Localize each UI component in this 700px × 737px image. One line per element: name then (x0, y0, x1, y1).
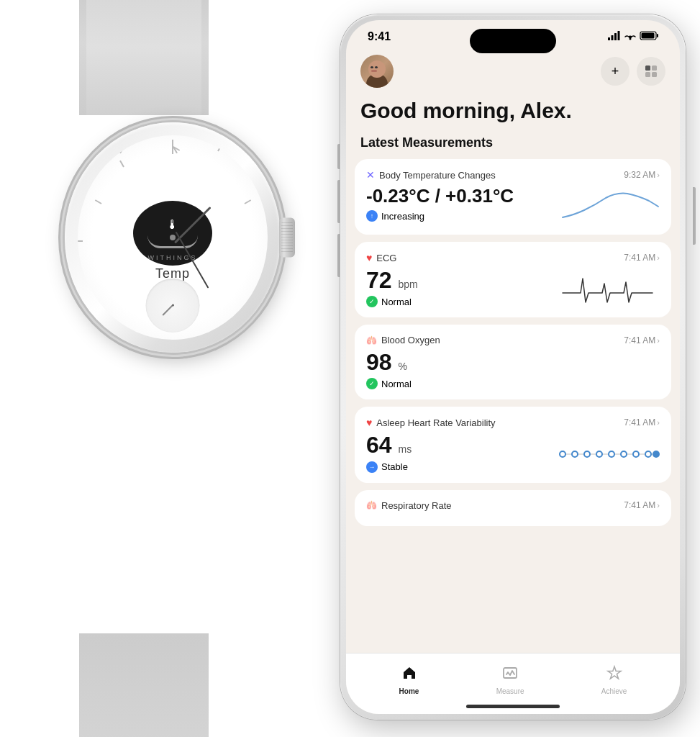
temp-status: ↑ Increasing (366, 210, 552, 222)
status-icons (608, 31, 658, 42)
card-header-oxygen: 🫁 Blood Oxygen 7:41 AM › (366, 335, 660, 345)
card-body-ecg: 72 bpm ✓ Normal (366, 268, 660, 307)
watch-center-dot (170, 235, 176, 240)
chevron-right-ecg-icon: › (657, 253, 660, 262)
card-hrv[interactable]: ♥ Asleep Heart Rate Variability 7:41 AM … (355, 407, 671, 482)
card-blood-oxygen[interactable]: 🫁 Blood Oxygen 7:41 AM › 98 % ✓ (355, 325, 671, 399)
svg-point-15 (584, 451, 590, 457)
card-time-hrv: 7:41 AM › (624, 417, 660, 428)
temp-chart (559, 185, 660, 225)
card-ecg[interactable]: ♥ ECG 7:41 AM › 72 bpm ✓ (355, 242, 671, 317)
nav-achieve-label: Achieve (601, 687, 627, 695)
watch-band-bottom (79, 633, 209, 737)
battery-icon (640, 31, 658, 42)
thermometer-icon: 🌡 (166, 217, 179, 232)
subdial-center (172, 304, 174, 307)
temp-icon: ✕ (366, 169, 375, 181)
chevron-right-resp-icon: › (657, 501, 660, 510)
svg-point-13 (560, 451, 565, 457)
status-icon-normal-ecg: ✓ (366, 296, 378, 307)
card-body-hrv: 64 ms → Stable (366, 433, 660, 472)
svg-rect-7 (642, 33, 655, 39)
phone-frame: 9:41 (340, 14, 686, 720)
hrv-reading: 64 ms (366, 433, 552, 458)
chevron-right-hrv-icon: › (657, 418, 660, 427)
phone-screen: 9:41 (346, 20, 680, 714)
card-time-oxygen: 7:41 AM › (624, 335, 660, 345)
app-header: + (346, 49, 680, 95)
watch-subdial (146, 279, 200, 333)
status-time: 9:41 (368, 30, 391, 43)
settings-button[interactable] (637, 57, 665, 86)
status-icon-stable: → (366, 461, 378, 473)
card-time-ecg: 7:41 AM › (624, 253, 660, 263)
svg-point-21 (653, 451, 660, 458)
svg-point-16 (596, 451, 602, 457)
wifi-icon (624, 31, 636, 42)
svg-rect-3 (618, 31, 620, 40)
card-title-oxygen: 🫁 Blood Oxygen (366, 335, 440, 345)
subdial-hand (162, 305, 173, 316)
nav-achieve[interactable]: Achieve (601, 665, 627, 695)
nav-home[interactable]: Home (399, 665, 419, 695)
header-actions: + (601, 57, 665, 86)
svg-point-20 (645, 451, 651, 457)
card-values-temp: -0.23°C / +0.31°C ↑ Increasing (366, 185, 552, 222)
oxygen-icon: 🫁 (366, 335, 377, 345)
svg-point-17 (609, 451, 614, 457)
oxygen-reading: 98 % (366, 350, 552, 375)
card-values-hrv: 64 ms → Stable (366, 433, 552, 472)
hrv-icon: ♥ (366, 417, 372, 428)
card-header-temp: ✕ Body Temperature Changes 9:32 AM › (366, 169, 660, 181)
watch-display: 🌡 Temp WITHINGS (22, 58, 324, 684)
card-header-ecg: ♥ ECG 7:41 AM › (366, 252, 660, 263)
chevron-right-oxygen-icon: › (657, 336, 660, 345)
watch-crown (279, 218, 295, 258)
card-values-oxygen: 98 % ✓ Normal (366, 350, 552, 389)
svg-rect-22 (504, 668, 517, 678)
nav-measure[interactable]: Measure (496, 665, 524, 695)
card-title-text-oxygen: Blood Oxygen (381, 335, 440, 345)
card-body-oxygen: 98 % ✓ Normal (366, 350, 660, 389)
card-body-temp[interactable]: ✕ Body Temperature Changes 9:32 AM › -0.… (355, 159, 671, 235)
status-icon-increasing: ↑ (366, 210, 378, 222)
ecg-chart (559, 268, 660, 307)
card-title-text-hrv: Asleep Heart Rate Variability (376, 417, 495, 428)
ecg-icon: ♥ (366, 252, 372, 263)
greeting-text: Good morning, Alex. (346, 95, 680, 135)
home-icon (401, 665, 417, 685)
add-button[interactable]: + (601, 57, 629, 86)
svg-rect-9 (652, 65, 657, 71)
card-title-text-resp: Respiratory Rate (381, 500, 452, 511)
svg-point-18 (621, 451, 627, 457)
card-body-temp: -0.23°C / +0.31°C ↑ Increasing (366, 185, 660, 225)
bottom-navigation: Home Measure (346, 653, 680, 714)
status-icon-normal-oxygen: ✓ (366, 378, 378, 389)
chevron-right-icon: › (657, 171, 660, 179)
hrv-status-text: Stable (381, 461, 408, 472)
svg-rect-10 (645, 72, 650, 77)
watch-band-top (79, 0, 209, 115)
card-respiratory[interactable]: 🫁 Respiratory Rate 7:41 AM › (355, 490, 671, 526)
card-title-text-temp: Body Temperature Changes (379, 170, 496, 181)
hrv-chart (559, 433, 660, 472)
card-time-resp: 7:41 AM › (624, 500, 660, 510)
card-title-text-ecg: ECG (376, 253, 396, 263)
dynamic-island (470, 29, 556, 53)
home-indicator (466, 705, 560, 708)
watch-case: 🌡 Temp WITHINGS (65, 122, 281, 353)
svg-rect-0 (608, 37, 610, 40)
ecg-reading: 72 bpm (366, 268, 552, 293)
oxygen-chart (559, 350, 660, 389)
power-button (693, 187, 696, 245)
signal-icon (608, 31, 620, 42)
nav-measure-label: Measure (496, 687, 524, 695)
oxygen-status: ✓ Normal (366, 378, 552, 389)
measurements-area[interactable]: ✕ Body Temperature Changes 9:32 AM › -0.… (346, 159, 680, 687)
card-title-ecg: ♥ ECG (366, 252, 396, 263)
svg-point-4 (629, 38, 632, 40)
nav-home-label: Home (399, 687, 419, 695)
hrv-status: → Stable (366, 461, 552, 473)
avatar (360, 55, 394, 88)
measure-icon (502, 665, 518, 685)
